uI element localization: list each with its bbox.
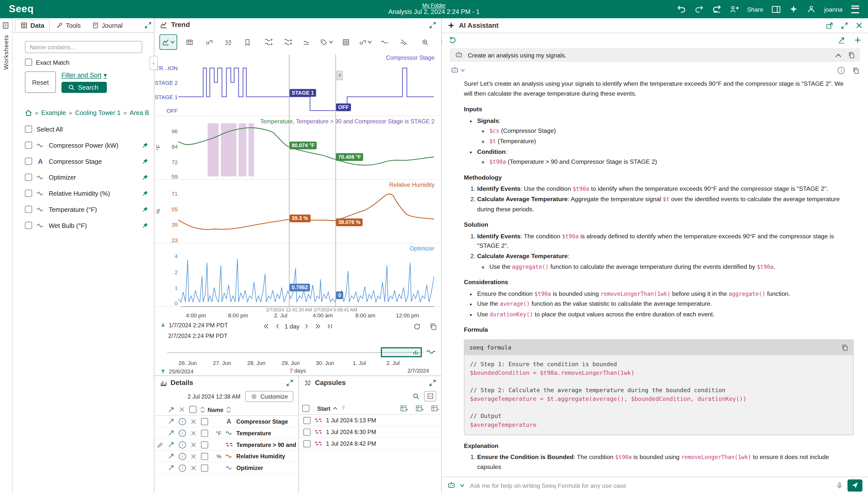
signal-checkbox[interactable]	[25, 206, 32, 213]
capsule-row[interactable]: 1 Jul 2024 8:42 PM	[299, 438, 441, 450]
bookmark-icon[interactable]	[239, 34, 256, 49]
signal-checkbox[interactable]	[25, 190, 32, 197]
labels-icon[interactable]	[318, 34, 335, 49]
step-forward-icon[interactable]	[305, 323, 309, 330]
chart-region[interactable]: Compressor StageTR...IONSTAGE 2STAGE 1OF…	[155, 52, 441, 307]
breadcrumb-link[interactable]: Cooling Tower 1	[75, 109, 121, 116]
reset-button[interactable]: Reset	[25, 71, 56, 93]
capsules-search-icon[interactable]	[412, 392, 420, 400]
dimming-icon[interactable]	[376, 34, 393, 49]
step-back-icon[interactable]	[275, 323, 280, 330]
investigate-start-arrow-icon[interactable]	[160, 368, 166, 374]
details-expand-icon[interactable]	[286, 379, 294, 386]
lane-optimizer[interactable]: Optimizer42100.78620	[155, 243, 441, 307]
auto-update-icon[interactable]	[413, 323, 421, 330]
chart-cursor-2[interactable]	[336, 55, 336, 307]
chart-type-button[interactable]	[159, 34, 177, 49]
lane-split-icon[interactable]	[260, 34, 277, 49]
details-row[interactable]: iACompressor Stage	[155, 416, 298, 428]
lane-relative-humidity[interactable]: Relative Humidity71553923%39.3 %38.076 %	[155, 179, 441, 243]
ai-sparkle-icon[interactable]	[789, 5, 799, 14]
send-to-icon[interactable]	[166, 430, 176, 436]
details-row[interactable]: iOptimizer	[155, 462, 298, 474]
pin-icon[interactable]	[142, 206, 148, 213]
send-to-icon[interactable]	[166, 441, 176, 448]
assistant-avatar-caret-icon[interactable]	[461, 69, 465, 72]
open-external-icon[interactable]	[826, 22, 833, 29]
send-to-header-icon[interactable]	[166, 406, 176, 413]
panels-icon[interactable]	[771, 5, 781, 14]
signal-checkbox[interactable]	[25, 174, 32, 181]
investigate-start[interactable]: 25/6/2024	[169, 368, 194, 374]
capsule-row[interactable]: 1 Jul 2024 6:30 PM	[299, 426, 441, 438]
table-view-icon[interactable]	[181, 34, 198, 49]
copy-code-icon[interactable]	[842, 344, 848, 351]
range-start[interactable]: 1/7/2024 2:24 PM PDT	[169, 322, 228, 328]
remove-item-icon[interactable]	[189, 442, 197, 447]
lane-compressor-stage[interactable]: Compressor StageTR...IONSTAGE 2STAGE 1OF…	[155, 52, 441, 116]
lane-merge-icon[interactable]	[279, 34, 297, 49]
lane-single-icon[interactable]	[298, 34, 316, 49]
share-label[interactable]: Share	[747, 6, 763, 13]
collapse-message-icon[interactable]	[835, 53, 842, 57]
step-size-label[interactable]: 1 day	[284, 323, 299, 330]
share-users-icon[interactable]	[729, 5, 739, 14]
details-row-checkbox[interactable]	[201, 453, 208, 460]
new-chat-icon[interactable]	[854, 36, 861, 43]
item-info-icon[interactable]: i	[178, 453, 187, 460]
customize-button[interactable]: Customize	[245, 391, 294, 402]
menu-icon[interactable]	[850, 5, 860, 14]
user-name[interactable]: joanna	[824, 6, 843, 13]
remove-item-icon[interactable]	[189, 465, 197, 470]
item-info-icon[interactable]: i	[178, 418, 187, 425]
add-property-column-icon[interactable]	[431, 405, 439, 412]
column-filter-icon[interactable]	[341, 405, 346, 411]
pin-icon[interactable]	[142, 142, 148, 149]
search-button[interactable]: Search	[61, 82, 107, 93]
signal-list-item[interactable]: Relative Humidity (%)	[13, 185, 154, 201]
item-info-icon[interactable]: i	[178, 429, 187, 436]
item-info-icon[interactable]: i	[178, 464, 187, 471]
signal-checkbox[interactable]	[25, 142, 32, 149]
export-chat-icon[interactable]	[837, 36, 845, 43]
signal-list-item[interactable]: Temperature (°F)	[13, 201, 154, 217]
sort-icon-2[interactable]	[226, 406, 231, 413]
add-column-icon[interactable]	[400, 405, 408, 412]
remove-item-icon[interactable]	[189, 454, 197, 458]
details-row[interactable]: i°FTemperature	[155, 427, 298, 439]
gridlines-icon[interactable]	[337, 34, 355, 49]
investigate-duration[interactable]: 7 days	[290, 368, 306, 374]
capsules-expand-icon[interactable]	[429, 379, 436, 386]
signal-list-item[interactable]: Optimizer	[13, 169, 154, 185]
send-to-icon[interactable]	[166, 453, 176, 459]
breadcrumb-link[interactable]: Area B	[130, 109, 149, 116]
signal-list-item[interactable]: Compressor Power (kW)	[13, 137, 154, 153]
remove-item-icon[interactable]	[189, 419, 197, 424]
capsule-checkbox[interactable]	[303, 440, 310, 447]
pin-icon[interactable]	[142, 222, 148, 229]
step-forward-half-icon[interactable]	[315, 323, 322, 330]
item-info-icon[interactable]: i	[178, 441, 187, 448]
copy-response-icon[interactable]	[852, 67, 859, 74]
capsules-select-mode-button[interactable]	[424, 391, 436, 401]
my-folder-link[interactable]: My Folder	[388, 2, 480, 8]
assistant-mode-caret-icon[interactable]	[460, 484, 465, 487]
worksheets-rail[interactable]: Worksheets	[0, 18, 13, 493]
tab-journal[interactable]: Journal	[87, 20, 128, 31]
step-back-half-icon[interactable]	[262, 323, 269, 330]
collapse-panel-handle[interactable]: ‹	[149, 56, 158, 70]
assistant-close-icon[interactable]	[856, 22, 863, 29]
details-row-checkbox[interactable]	[201, 441, 208, 448]
filter-and-sort-link[interactable]: Filter and Sort▾	[61, 71, 107, 79]
breadcrumb-link[interactable]: Example	[41, 109, 66, 116]
capsules-select-all-checkbox[interactable]	[302, 405, 309, 412]
signal-checkbox[interactable]	[25, 222, 32, 229]
signal-list-item[interactable]: ACompressor Stage	[13, 153, 154, 169]
redo-icon[interactable]	[694, 5, 704, 14]
investigate-end[interactable]: 2/7/2024	[407, 368, 429, 374]
lane-temperature[interactable]: Temperature, Temperature > 90 and Compre…	[155, 116, 441, 180]
edit-pencil-icon[interactable]	[157, 442, 164, 448]
tab-tools[interactable]: Tools	[51, 20, 85, 31]
details-row[interactable]: i%Relative Humidity	[155, 451, 298, 462]
send-to-icon[interactable]	[166, 465, 176, 471]
